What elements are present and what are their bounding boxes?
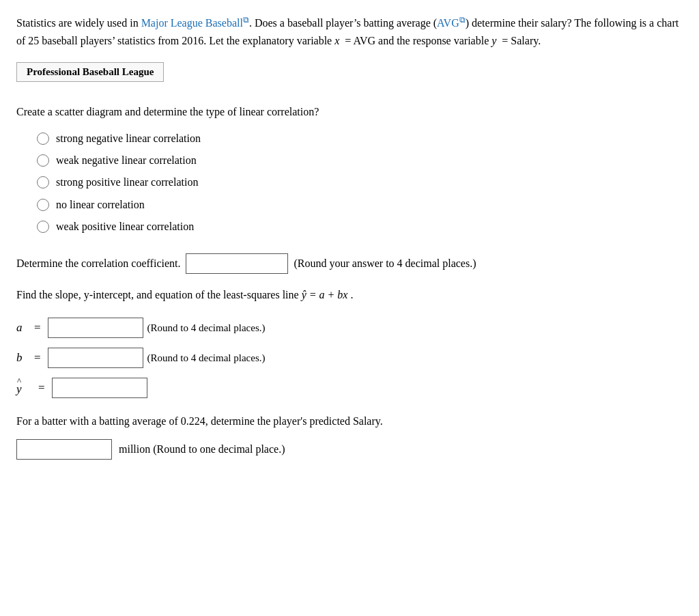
radio-label-strong-positive[interactable]: strong positive linear correlation — [56, 175, 198, 190]
b-equals: = — [34, 351, 41, 365]
a-equals: = — [34, 321, 41, 335]
correlation-coefficient-row: Determine the correlation coefficient. (… — [16, 253, 683, 274]
predict-section: For a batter with a batting average of 0… — [16, 413, 683, 460]
a-row: a = (Round to 4 decimal places.) — [16, 318, 683, 338]
radio-weak-negative[interactable] — [37, 154, 49, 167]
least-squares-intro: Find the slope, y-intercept, and equatio… — [16, 286, 683, 304]
yhat-input[interactable] — [52, 378, 147, 398]
coeff-label: Determine the correlation coefficient. — [16, 255, 180, 272]
b-round-note: (Round to 4 decimal places.) — [147, 352, 266, 364]
mlb-link[interactable]: Major League Baseball — [141, 17, 243, 29]
y-variable: y — [491, 35, 496, 46]
radio-item: weak negative linear correlation — [37, 153, 683, 168]
radio-strong-negative[interactable] — [37, 132, 49, 145]
question1-text: Create a scatter diagram and determine t… — [16, 104, 683, 120]
correlation-type-group: strong negative linear correlation weak … — [37, 131, 683, 235]
radio-item: no linear correlation — [37, 197, 683, 212]
yhat-row: y = — [16, 378, 683, 398]
professional-baseball-league-button[interactable]: Professional Baseball League — [16, 62, 164, 82]
mlb-link-icon: ⧉ — [243, 15, 249, 25]
x-variable: x — [334, 35, 339, 46]
radio-no-correlation[interactable] — [37, 199, 49, 211]
correlation-coefficient-input[interactable] — [186, 253, 288, 274]
b-input[interactable] — [48, 348, 143, 368]
avg-link[interactable]: AVG — [437, 17, 459, 29]
coeff-round-note: (Round your answer to 4 decimal places.) — [294, 255, 476, 272]
b-row: b = (Round to 4 decimal places.) — [16, 348, 683, 368]
yhat-label: y — [16, 380, 30, 396]
radio-item: strong positive linear correlation — [37, 175, 683, 190]
yhat-equals: = — [38, 381, 45, 395]
radio-item: strong negative linear correlation — [37, 131, 683, 146]
intro-paragraph: Statistics are widely used in Major Leag… — [16, 14, 683, 50]
radio-weak-positive[interactable] — [37, 221, 49, 233]
predict-row: million (Round to one decimal place.) — [16, 439, 683, 460]
predict-unit: million (Round to one decimal place.) — [119, 443, 285, 456]
radio-strong-positive[interactable] — [37, 176, 49, 188]
radio-item: weak positive linear correlation — [37, 219, 683, 234]
a-round-note: (Round to 4 decimal places.) — [147, 322, 266, 334]
a-input[interactable] — [48, 318, 143, 338]
b-label: b — [16, 351, 30, 365]
avg-link-icon: ⧉ — [459, 15, 466, 25]
a-label: a — [16, 321, 30, 335]
yhat-formula: ŷ = a + bx — [302, 289, 348, 300]
radio-label-no-correlation[interactable]: no linear correlation — [56, 197, 145, 212]
radio-label-weak-negative[interactable]: weak negative linear correlation — [56, 153, 197, 168]
predicted-salary-input[interactable] — [16, 439, 112, 460]
radio-label-weak-positive[interactable]: weak positive linear correlation — [56, 219, 194, 234]
predict-text: For a batter with a batting average of 0… — [16, 413, 683, 430]
radio-label-strong-negative[interactable]: strong negative linear correlation — [56, 131, 201, 146]
